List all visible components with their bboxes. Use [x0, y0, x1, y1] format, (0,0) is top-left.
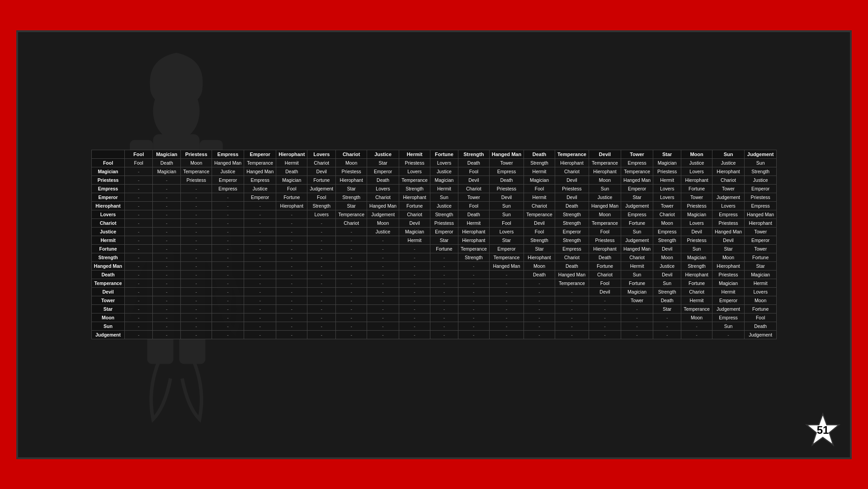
table-cell: Lovers: [681, 167, 712, 176]
table-cell: Priestess: [555, 185, 589, 193]
table-cell: Lovers: [430, 159, 458, 167]
table-cell: Lovers: [307, 210, 336, 219]
table-cell: Strength: [336, 193, 367, 202]
table-cell: -: [153, 288, 181, 296]
table-cell: Fortune: [621, 219, 653, 228]
row-label: Moon: [91, 313, 124, 322]
table-cell: -: [276, 313, 307, 322]
table-cell: -: [181, 262, 212, 271]
table-cell: Justice: [367, 228, 399, 236]
table-cell: Hermit: [399, 236, 430, 245]
table-cell: -: [244, 210, 276, 219]
table-cell: Sun: [745, 159, 777, 167]
table-cell: -: [367, 288, 399, 296]
table-cell: Hermit: [745, 279, 777, 288]
table-cell: -: [336, 296, 367, 305]
fusion-chart-table: Fool Magician Priestess Empress Emperor …: [91, 150, 777, 339]
table-cell: Lovers: [681, 219, 712, 228]
table-cell: Hanged Man: [621, 176, 653, 185]
table-cell: Strength: [555, 236, 589, 245]
table-cell: -: [367, 331, 399, 339]
table-cell: Empress: [555, 245, 589, 253]
table-cell: -: [524, 313, 555, 322]
table-cell: Death: [458, 210, 489, 219]
table-cell: -: [399, 271, 430, 279]
table-cell: Justice: [712, 159, 744, 167]
table-cell: Fortune: [589, 262, 621, 271]
table-cell: -: [367, 296, 399, 305]
table-cell: -: [276, 219, 307, 228]
table-cell: -: [430, 288, 458, 296]
table-cell: -: [212, 262, 244, 271]
table-cell: Chariot: [367, 193, 399, 202]
table-cell: -: [276, 210, 307, 219]
table-cell: -: [430, 253, 458, 262]
table-cell: -: [336, 331, 367, 339]
table-cell: Priestess: [399, 159, 430, 167]
table-cell: -: [181, 253, 212, 262]
header-empty: [91, 150, 124, 159]
table-cell: Priestess: [589, 236, 621, 245]
table-cell: Emperor: [621, 185, 653, 193]
table-cell: Chariot: [621, 253, 653, 262]
table-cell: -: [244, 271, 276, 279]
table-cell: Justice: [212, 167, 244, 176]
table-row: Justice--------JusticeMagicianEmperorHie…: [91, 228, 776, 236]
table-cell: -: [181, 305, 212, 313]
table-cell: Judgement: [712, 193, 744, 202]
table-cell: Fortune: [681, 279, 712, 288]
table-cell: Tower: [745, 228, 777, 236]
table-cell: Chariot: [458, 185, 489, 193]
table-cell: Strength: [555, 210, 589, 219]
table-cell: Moon: [336, 159, 367, 167]
table-cell: -: [367, 322, 399, 331]
table-cell: Empress: [653, 228, 681, 236]
table-cell: Empress: [712, 313, 744, 322]
table-cell: -: [181, 279, 212, 288]
table-cell: -: [621, 322, 653, 331]
table-cell: -: [555, 296, 589, 305]
table-cell: Emperor: [367, 167, 399, 176]
table-cell: -: [153, 185, 181, 193]
header-priestess: Priestess: [181, 150, 212, 159]
table-cell: Hermit: [276, 159, 307, 167]
table-cell: -: [307, 296, 336, 305]
table-row: Fortune----------FortuneTemperanceEmpero…: [91, 245, 776, 253]
table-cell: Sun: [489, 210, 524, 219]
table-cell: Fool: [589, 279, 621, 288]
table-cell: -: [458, 313, 489, 322]
table-cell: -: [621, 305, 653, 313]
table-cell: Justice: [430, 167, 458, 176]
table-cell: Strength: [555, 219, 589, 228]
table-cell: Magician: [745, 271, 777, 279]
table-cell: Devil: [307, 167, 336, 176]
table-cell: Temperance: [681, 305, 712, 313]
table-cell: Magician: [524, 176, 555, 185]
table-cell: Moon: [589, 210, 621, 219]
header-hermit: Hermit: [399, 150, 430, 159]
table-cell: -: [244, 296, 276, 305]
table-cell: -: [489, 296, 524, 305]
table-cell: -: [307, 253, 336, 262]
table-cell: Strength: [430, 210, 458, 219]
table-cell: -: [125, 228, 153, 236]
table-cell: Chariot: [653, 210, 681, 219]
row-label: Fortune: [91, 245, 124, 253]
table-cell: -: [555, 322, 589, 331]
table-cell: -: [430, 296, 458, 305]
table-cell: Sun: [653, 279, 681, 288]
table-cell: Death: [367, 176, 399, 185]
table-cell: -: [244, 313, 276, 322]
table-cell: -: [430, 313, 458, 322]
table-cell: -: [244, 219, 276, 228]
table-cell: Star: [653, 305, 681, 313]
table-cell: -: [153, 305, 181, 313]
table-cell: Strength: [458, 253, 489, 262]
header-devil: Devil: [589, 150, 621, 159]
table-cell: Magician: [430, 176, 458, 185]
table-cell: Hierophant: [458, 236, 489, 245]
table-cell: Hanged Man: [212, 159, 244, 167]
table-cell: -: [153, 236, 181, 245]
table-cell: -: [244, 322, 276, 331]
table-cell: Priestess: [430, 219, 458, 228]
